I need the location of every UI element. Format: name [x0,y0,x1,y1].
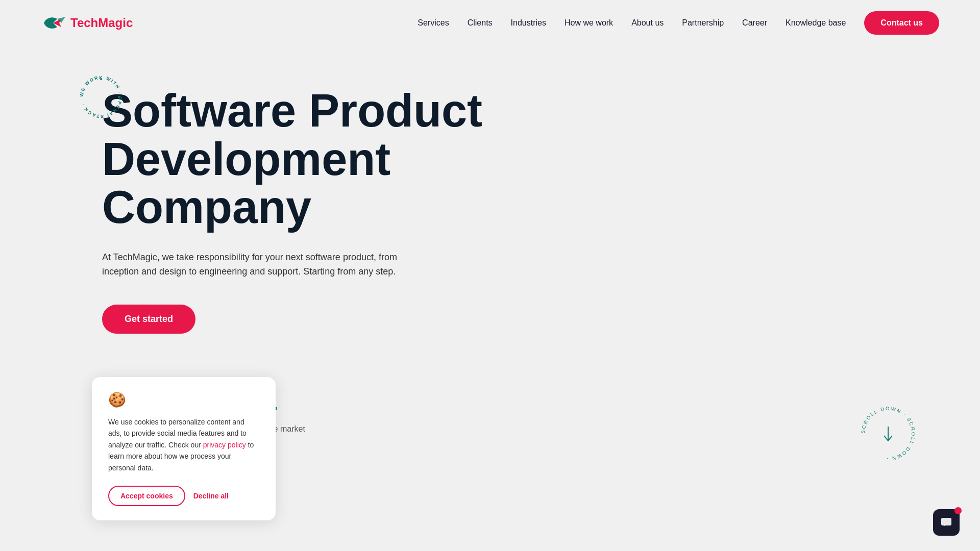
decline-cookies-button[interactable]: Decline all [193,492,229,500]
logo[interactable]: TechMagic [41,14,133,32]
cookie-buttons: Accept cookies Decline all [108,486,259,506]
chat-notification-dot [954,507,962,514]
logo-bird-icon [41,14,65,32]
nav-industries[interactable]: Industries [511,18,546,28]
nav-partnership[interactable]: Partnership [682,18,724,28]
openai-badge: WE WORK WITH · OPENAI STACK · [76,71,127,122]
nav-services[interactable]: Services [418,18,449,28]
cookie-text: We use cookies to personalize content an… [108,416,259,473]
nav-career[interactable]: Career [742,18,767,28]
site-header: TechMagic Services Clients Industries Ho… [0,0,980,46]
main-nav: Services Clients Industries How we work … [418,11,939,35]
scroll-down-badge: SCROLL DOWN · SCROLL DOWN · [857,403,919,464]
nav-knowledge-base[interactable]: Knowledge base [786,18,846,28]
contact-us-button[interactable]: Contact us [864,11,939,35]
hero-title: Software Product Development Company [102,87,536,232]
svg-point-2 [118,96,120,98]
nav-clients[interactable]: Clients [468,18,493,28]
svg-point-1 [100,78,102,80]
svg-rect-5 [941,518,951,525]
cookie-banner: 🍪 We use cookies to personalize content … [92,377,276,520]
logo-text: TechMagic [70,16,133,30]
privacy-policy-link[interactable]: privacy policy [203,441,246,449]
nav-how-we-work[interactable]: How we work [565,18,613,28]
nav-about-us[interactable]: About us [631,18,664,28]
hero-subtitle: At TechMagic, we take responsibility for… [102,250,398,280]
cookie-icon: 🍪 [108,391,259,408]
chat-icon [940,516,952,529]
chat-widget-button[interactable] [933,509,960,536]
accept-cookies-button[interactable]: Accept cookies [108,486,185,506]
get-started-button[interactable]: Get started [102,305,195,334]
svg-text:WE WORK WITH · OPENAI STACK ·: WE WORK WITH · OPENAI STACK · [79,75,124,119]
